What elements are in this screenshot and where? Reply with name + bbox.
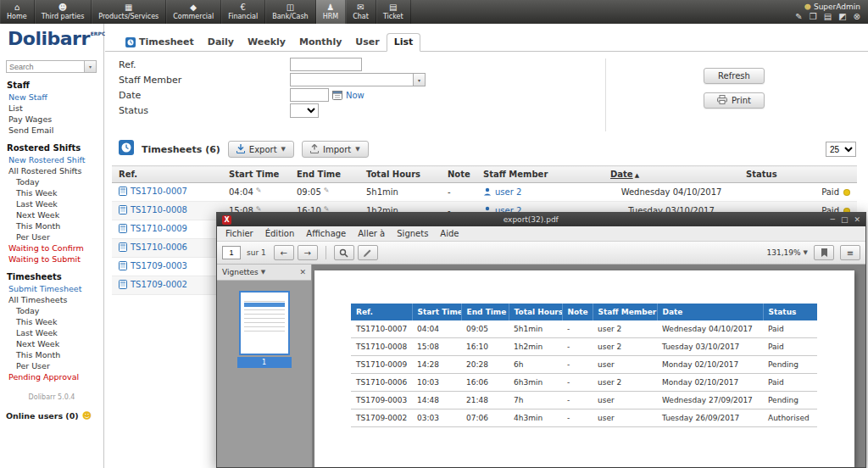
column-header-date[interactable]: Date▲	[604, 166, 739, 183]
print-button[interactable]: Print	[704, 92, 765, 109]
minimize-button[interactable]: ─	[831, 215, 835, 224]
panel-close-icon[interactable]: ✕	[299, 268, 306, 276]
previous-page-button[interactable]: ←	[274, 245, 294, 260]
nav-item-products-services[interactable]: ▦ Products/Services	[92, 0, 166, 24]
page-size-select[interactable]: 25	[826, 142, 856, 157]
nav-item-bank-cash[interactable]: ◫ Bank/Cash	[265, 0, 316, 24]
edit-end-icon[interactable]: ✎	[324, 187, 330, 194]
column-header-end-time[interactable]: End Time	[290, 166, 359, 183]
sidebar-item-this-month[interactable]: This Month	[6, 220, 103, 231]
tab-list[interactable]: List	[387, 33, 421, 52]
sidebar-item-send-email[interactable]: Send Email	[6, 125, 103, 136]
timesheet-ref-link[interactable]: TS1709-0003	[131, 261, 187, 270]
staff-member-link[interactable]: user 2	[495, 187, 521, 197]
sidebar-item-new-rostered-shift[interactable]: New Rostered Shift	[6, 154, 103, 165]
search-input[interactable]	[6, 60, 85, 73]
pdf-menu-dition[interactable]: Édition	[259, 229, 301, 238]
nav-item-hrm[interactable]: ♟ HRM	[316, 0, 346, 24]
zoom-control[interactable]: 131,19% ▼	[767, 248, 808, 257]
edit-start-icon[interactable]: ✎	[256, 187, 262, 194]
sidebar-item-pay-wages[interactable]: Pay Wages	[6, 114, 103, 125]
close-button[interactable]: ✕	[854, 215, 860, 224]
pdf-viewport[interactable]: Ref. Start Time End Time Total Hours Not…	[312, 265, 865, 467]
sidebar-item-last-week[interactable]: Last Week	[6, 198, 103, 209]
theme-icon[interactable]: ◩	[838, 13, 846, 21]
column-header-ref[interactable]: Ref.	[112, 166, 222, 183]
timesheet-ref-link[interactable]: TS1710-0007	[131, 187, 187, 196]
sidebar-item-next-week[interactable]: Next Week	[6, 338, 103, 349]
tab-weekly[interactable]: Weekly	[241, 34, 292, 51]
tab-monthly[interactable]: Monthly	[292, 34, 348, 51]
sidebar-item-per-user[interactable]: Per User	[6, 360, 103, 371]
sidebar-item-all-timesheets[interactable]: All Timesheets	[6, 294, 103, 305]
nav-item-chat[interactable]: ✉ Chat	[346, 0, 376, 24]
logout-icon[interactable]: ⊗	[854, 13, 860, 21]
tab-user[interactable]: User	[348, 34, 386, 51]
sidebar-item-pending-approval[interactable]: Pending Approval	[6, 371, 103, 382]
pdf-titlebar[interactable]: X export(32).pdf ─ □ ✕	[217, 213, 865, 226]
timesheet-ref-link[interactable]: TS1710-0006	[131, 242, 187, 252]
ref-filter-input[interactable]	[290, 58, 362, 71]
column-header-total-hours[interactable]: Total Hours	[359, 166, 441, 183]
annotate-button[interactable]	[358, 245, 378, 260]
page-number-input[interactable]	[222, 246, 241, 259]
nav-item-ticket[interactable]: ▤ Ticket	[376, 0, 411, 24]
search-button[interactable]	[334, 245, 354, 260]
sidebar-item-list[interactable]: List	[6, 103, 103, 114]
print-icon[interactable]: ▤	[824, 13, 832, 21]
sidebar-item-per-user[interactable]: Per User	[6, 231, 103, 242]
pdf-menu-affichage[interactable]: Affichage	[300, 229, 352, 238]
calendar-icon[interactable]	[332, 90, 342, 100]
edit-icon[interactable]: ✎	[795, 13, 802, 21]
panel-title[interactable]: Vignettes	[222, 268, 259, 276]
bookmark-button[interactable]	[814, 245, 834, 260]
staff-filter-input[interactable]	[290, 73, 414, 86]
date-now-link[interactable]: Now	[346, 91, 364, 100]
cell-staff-member: user 2	[476, 183, 604, 202]
pdf-menu-fichier[interactable]: Fichier	[220, 229, 259, 238]
sidebar-item-this-week[interactable]: This Week	[6, 187, 103, 198]
timesheet-ref-link[interactable]: TS1709-0002	[131, 280, 187, 289]
tab-daily[interactable]: Daily	[201, 34, 241, 51]
tab-timesheet[interactable]: Timesheet	[119, 34, 201, 51]
sidebar-item-waiting-to-submit[interactable]: Waiting to Submit	[6, 254, 103, 265]
pdf-menu-signets[interactable]: Signets	[391, 229, 434, 238]
status-filter-select[interactable]	[290, 103, 319, 118]
column-header-note[interactable]: Note	[441, 166, 476, 183]
date-filter-input[interactable]	[290, 88, 329, 102]
column-header-start-time[interactable]: Start Time	[222, 166, 290, 183]
next-page-button[interactable]: →	[298, 245, 318, 260]
nav-item-home[interactable]: ⌂ Home	[0, 0, 35, 24]
search-button[interactable]: ▾	[85, 60, 97, 73]
sidebar-item-all-rostered-shifts[interactable]: All Rostered Shifts	[6, 165, 103, 176]
timesheet-ref-link[interactable]: TS1710-0008	[131, 205, 187, 214]
import-button[interactable]: Import ▼	[302, 141, 369, 158]
timesheet-ref-link[interactable]: TS1710-0009	[131, 224, 187, 233]
pdf-cell-total-hours: 6h3min	[509, 374, 562, 392]
split-view-icon[interactable]: ❐	[810, 13, 817, 21]
sidebar-item-today[interactable]: Today	[6, 176, 103, 187]
sidebar-item-waiting-to-confirm[interactable]: Waiting to Confirm	[6, 242, 103, 254]
sidebar-item-this-week[interactable]: This Week	[6, 316, 103, 327]
nav-item-commercial[interactable]: ◆ Commercial	[166, 0, 221, 24]
sidebar-item-this-month[interactable]: This Month	[6, 349, 103, 360]
sidebar-item-submit-timesheet[interactable]: Submit Timesheet	[6, 283, 103, 294]
nav-item-third-parties[interactable]: ☻ Third parties	[35, 0, 92, 24]
logged-user-link[interactable]: ☻ SuperAdmin	[804, 3, 860, 11]
page-thumbnail[interactable]	[239, 291, 290, 355]
pdf-menu-aller[interactable]: Aller à	[352, 229, 391, 238]
sidebar-item-last-week[interactable]: Last Week	[6, 327, 103, 338]
sidebar-item-today[interactable]: Today	[6, 305, 103, 316]
nav-item-financial[interactable]: € Financial	[221, 0, 265, 24]
menu-button[interactable]: ≡	[840, 245, 860, 260]
sidebar-item-new-staff[interactable]: New Staff	[6, 92, 103, 103]
export-button[interactable]: Export ▼	[228, 141, 294, 158]
staff-combo-button[interactable]: ▾	[413, 73, 426, 86]
sidebar-item-next-week[interactable]: Next Week	[6, 209, 103, 220]
pdf-menu-aide[interactable]: Aide	[434, 229, 465, 238]
column-header-status[interactable]: Status	[739, 166, 857, 183]
column-header-staff-member[interactable]: Staff Member	[476, 166, 604, 183]
tab-timesheet-label: Timesheet	[139, 36, 194, 47]
maximize-button[interactable]: □	[841, 215, 849, 224]
refresh-button[interactable]: Refresh	[704, 68, 765, 84]
